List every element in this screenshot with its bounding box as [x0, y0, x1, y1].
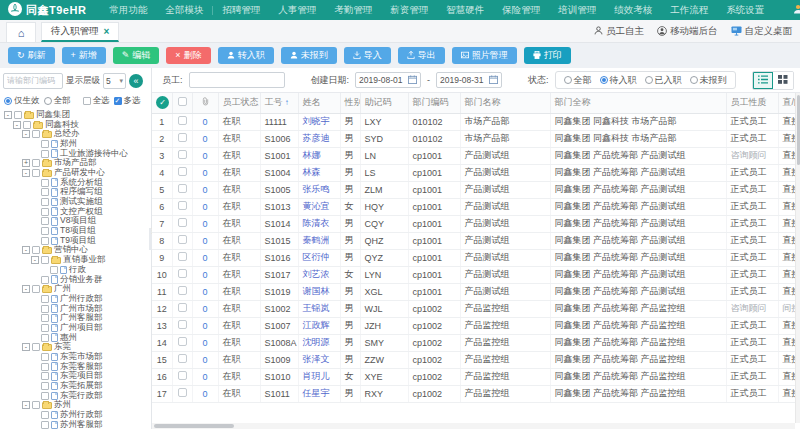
- tree-checkbox[interactable]: [32, 401, 40, 409]
- tree-checkbox[interactable]: [41, 305, 49, 313]
- collapse-icon[interactable]: -: [31, 256, 39, 264]
- tree-checkbox[interactable]: [41, 150, 49, 158]
- select-all-button[interactable]: ✓: [156, 96, 169, 109]
- radio-icon[interactable]: [4, 97, 12, 105]
- vertical-scrollbar-thumb[interactable]: [797, 95, 800, 165]
- tree-checkbox[interactable]: [32, 130, 40, 138]
- tree-checkbox[interactable]: [32, 343, 40, 351]
- user-menu[interactable]: 温组名 ▼: [793, 4, 800, 17]
- tree-node-惠州[interactable]: 惠州: [4, 333, 151, 343]
- expand-icon[interactable]: +: [22, 159, 30, 167]
- 转入职-button[interactable]: 转入职: [218, 47, 274, 64]
- collapse-icon[interactable]: -: [13, 121, 21, 129]
- radio-icon[interactable]: [645, 76, 653, 84]
- employee-name-link[interactable]: 林森: [303, 167, 321, 177]
- row-checkbox[interactable]: [178, 320, 187, 329]
- level-select[interactable]: 5 ▾: [103, 73, 126, 89]
- collapse-icon[interactable]: -: [22, 130, 30, 138]
- tree-checkbox[interactable]: [41, 392, 49, 400]
- collapse-icon[interactable]: -: [22, 246, 30, 254]
- employee-name-link[interactable]: 陈清衣: [303, 218, 330, 228]
- row-checkbox[interactable]: [178, 388, 187, 397]
- list-view-button[interactable]: [753, 72, 773, 89]
- tree-checkbox[interactable]: [41, 276, 49, 284]
- employee-name-link[interactable]: 苏彦迪: [303, 133, 330, 143]
- tree-checkbox[interactable]: [32, 246, 40, 254]
- nav-item-7[interactable]: 智慧硬件: [437, 4, 493, 17]
- 照片管理-button[interactable]: 照片管理: [452, 47, 517, 64]
- employee-name-link[interactable]: 任星宇: [303, 388, 330, 398]
- attachment-count-link[interactable]: 0: [202, 168, 207, 178]
- column-header-员工性质[interactable]: 员工性质: [726, 93, 778, 113]
- row-checkbox[interactable]: [178, 235, 187, 244]
- tree-checkbox[interactable]: [41, 382, 49, 390]
- column-header-性别[interactable]: 性别: [340, 93, 360, 113]
- department-code-input[interactable]: [3, 73, 63, 89]
- tree-checkbox[interactable]: [32, 159, 40, 167]
- radio-icon[interactable]: [690, 76, 698, 84]
- tree-checkbox[interactable]: [32, 169, 40, 177]
- attachment-count-link[interactable]: 0: [202, 287, 207, 297]
- attachment-count-link[interactable]: 0: [202, 321, 207, 331]
- 删除-button[interactable]: ×删除: [166, 47, 210, 64]
- tree-checkbox[interactable]: [14, 111, 22, 119]
- column-header-部门全称[interactable]: 部门全称: [550, 93, 726, 113]
- row-checkbox[interactable]: [178, 371, 187, 380]
- tree-checkbox[interactable]: [41, 198, 49, 206]
- employee-name-link[interactable]: 张泽文: [303, 354, 330, 364]
- tree-checkbox[interactable]: [23, 121, 31, 129]
- row-checkbox[interactable]: [178, 150, 187, 159]
- tree-checkbox[interactable]: [41, 188, 49, 196]
- employee-name-link[interactable]: 沈明源: [303, 337, 330, 347]
- collapse-icon[interactable]: -: [22, 343, 30, 351]
- tree-node-总经办[interactable]: -总经办: [4, 129, 151, 139]
- employee-name-link[interactable]: 刘艺浓: [303, 269, 330, 279]
- attachment-count-link[interactable]: 0: [202, 185, 207, 195]
- employee-name-link[interactable]: 黄沁宜: [303, 201, 330, 211]
- sort-asc-icon[interactable]: ↑: [283, 98, 289, 107]
- employee-name-link[interactable]: 王锦岚: [303, 303, 330, 313]
- horizontal-scrollbar[interactable]: [152, 423, 795, 429]
- attachment-count-link[interactable]: 0: [202, 304, 207, 314]
- nav-item-3[interactable]: 招聘管理: [213, 4, 269, 17]
- status-option-已入职[interactable]: 已入职: [645, 74, 682, 87]
- row-checkbox[interactable]: [178, 167, 187, 176]
- 导出-button[interactable]: 导出: [398, 47, 445, 64]
- nav-item-10[interactable]: 绩效考核: [605, 4, 661, 17]
- tree-checkbox[interactable]: [41, 217, 49, 225]
- nav-item-11[interactable]: 工作流程: [661, 4, 717, 17]
- nav-item-5[interactable]: 考勤管理: [325, 4, 381, 17]
- employee-name-link[interactable]: 江政辉: [303, 320, 330, 330]
- date-from-input[interactable]: 2019-08-01: [355, 72, 421, 88]
- collapse-icon[interactable]: -: [22, 401, 30, 409]
- nav-item-4[interactable]: 人事管理: [269, 4, 325, 17]
- employee-search-input[interactable]: [189, 72, 285, 88]
- attachment-count-link[interactable]: 0: [202, 117, 207, 127]
- tree-checkbox[interactable]: [41, 227, 49, 235]
- employee-name-link[interactable]: 刘晓宇: [303, 116, 330, 126]
- nav-item-1[interactable]: 常用功能: [100, 4, 156, 17]
- row-checkbox[interactable]: [178, 201, 187, 210]
- employee-name-link[interactable]: 张乐鸣: [303, 184, 330, 194]
- nav-item-2[interactable]: 全部模块: [156, 4, 212, 17]
- attachment-count-link[interactable]: 0: [202, 389, 207, 399]
- tree-checkbox[interactable]: [41, 324, 49, 332]
- tree-checkbox[interactable]: [32, 285, 40, 293]
- tree-checkbox[interactable]: [41, 421, 49, 429]
- tree-checkbox[interactable]: [41, 353, 49, 361]
- tree-node-东莞行政部[interactable]: 东莞行政部: [4, 391, 151, 401]
- tree-checkbox[interactable]: [41, 208, 49, 216]
- tree-checkbox[interactable]: [50, 266, 58, 274]
- tree-checkbox[interactable]: [41, 372, 49, 380]
- column-header-部门名称[interactable]: 部门名称: [460, 93, 550, 113]
- employee-name-link[interactable]: 肖玥儿: [303, 371, 330, 381]
- collapse-icon[interactable]: -: [22, 285, 30, 293]
- attachment-count-link[interactable]: 0: [202, 372, 207, 382]
- attachment-count-link[interactable]: 0: [202, 202, 207, 212]
- row-checkbox[interactable]: [178, 252, 187, 261]
- tree-node-苏州客服部[interactable]: 苏州客服部: [4, 420, 151, 429]
- nav-item-9[interactable]: 培训管理: [549, 4, 605, 17]
- vertical-scrollbar[interactable]: [795, 93, 800, 423]
- row-checkbox[interactable]: [178, 218, 187, 227]
- row-checkbox[interactable]: [178, 303, 187, 312]
